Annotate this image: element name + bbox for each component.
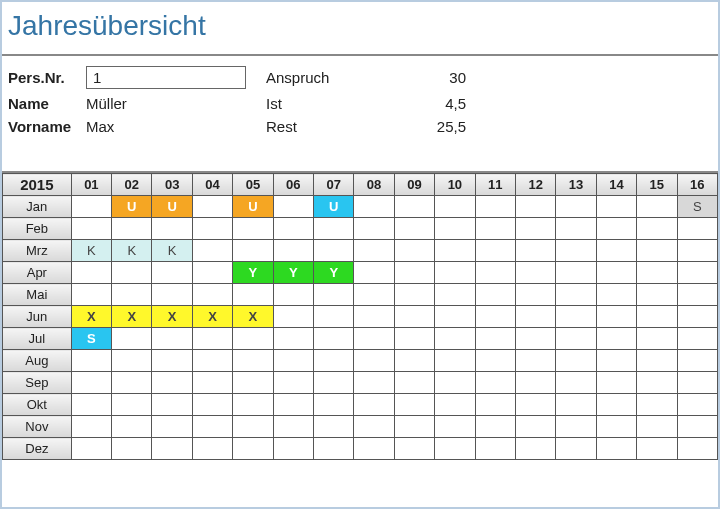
calendar-cell[interactable] — [112, 416, 152, 438]
calendar-cell[interactable] — [152, 350, 192, 372]
calendar-cell[interactable] — [637, 284, 677, 306]
calendar-cell[interactable] — [475, 416, 515, 438]
calendar-cell[interactable] — [394, 438, 434, 460]
calendar-cell[interactable] — [112, 394, 152, 416]
calendar-cell[interactable] — [596, 350, 636, 372]
calendar-cell[interactable] — [192, 438, 232, 460]
persnr-input[interactable]: 1 — [86, 66, 246, 89]
calendar-cell[interactable] — [515, 328, 555, 350]
calendar-cell[interactable]: X — [192, 306, 232, 328]
calendar-cell[interactable] — [354, 306, 394, 328]
calendar-cell[interactable] — [435, 438, 475, 460]
calendar-cell[interactable] — [394, 196, 434, 218]
calendar-cell[interactable] — [637, 372, 677, 394]
calendar-cell[interactable] — [637, 240, 677, 262]
calendar-cell[interactable] — [233, 416, 273, 438]
calendar-cell[interactable] — [233, 284, 273, 306]
calendar-cell[interactable] — [596, 284, 636, 306]
calendar-cell[interactable] — [556, 394, 596, 416]
calendar-cell[interactable] — [637, 394, 677, 416]
calendar-cell[interactable] — [556, 372, 596, 394]
calendar-cell[interactable] — [677, 350, 717, 372]
calendar-cell[interactable] — [71, 284, 111, 306]
calendar-cell[interactable] — [475, 438, 515, 460]
calendar-cell[interactable] — [112, 372, 152, 394]
calendar-cell[interactable] — [112, 284, 152, 306]
calendar-cell[interactable] — [314, 438, 354, 460]
calendar-cell[interactable] — [475, 328, 515, 350]
calendar-cell[interactable] — [152, 394, 192, 416]
calendar-cell[interactable] — [596, 218, 636, 240]
calendar-cell[interactable]: Y — [314, 262, 354, 284]
calendar-cell[interactable] — [314, 416, 354, 438]
calendar-cell[interactable] — [314, 328, 354, 350]
calendar-cell[interactable] — [233, 218, 273, 240]
calendar-cell[interactable] — [596, 394, 636, 416]
calendar-cell[interactable] — [233, 240, 273, 262]
calendar-cell[interactable] — [637, 218, 677, 240]
calendar-cell[interactable] — [435, 240, 475, 262]
calendar-cell[interactable] — [71, 438, 111, 460]
calendar-cell[interactable] — [394, 240, 434, 262]
calendar-cell[interactable] — [596, 196, 636, 218]
calendar-cell[interactable] — [556, 350, 596, 372]
calendar-cell[interactable] — [394, 416, 434, 438]
calendar-cell[interactable]: X — [233, 306, 273, 328]
calendar-cell[interactable] — [637, 328, 677, 350]
calendar-cell[interactable]: K — [71, 240, 111, 262]
calendar-cell[interactable] — [596, 240, 636, 262]
calendar-cell[interactable] — [475, 306, 515, 328]
calendar-cell[interactable] — [556, 262, 596, 284]
calendar-cell[interactable] — [354, 284, 394, 306]
calendar-cell[interactable] — [556, 196, 596, 218]
calendar-cell[interactable] — [637, 416, 677, 438]
calendar-cell[interactable]: X — [152, 306, 192, 328]
calendar-cell[interactable] — [515, 372, 555, 394]
calendar-cell[interactable] — [354, 438, 394, 460]
calendar-cell[interactable] — [354, 394, 394, 416]
calendar-cell[interactable] — [637, 196, 677, 218]
calendar-cell[interactable] — [677, 394, 717, 416]
calendar-cell[interactable] — [435, 218, 475, 240]
calendar-cell[interactable] — [152, 372, 192, 394]
calendar-cell[interactable] — [354, 372, 394, 394]
calendar-cell[interactable] — [637, 350, 677, 372]
calendar-cell[interactable] — [515, 240, 555, 262]
calendar-cell[interactable] — [677, 240, 717, 262]
calendar-cell[interactable] — [677, 306, 717, 328]
calendar-cell[interactable] — [112, 350, 152, 372]
calendar-cell[interactable] — [152, 328, 192, 350]
calendar-cell[interactable] — [596, 416, 636, 438]
calendar-cell[interactable] — [435, 306, 475, 328]
calendar-cell[interactable] — [475, 372, 515, 394]
calendar-cell[interactable] — [677, 372, 717, 394]
calendar-cell[interactable] — [71, 262, 111, 284]
calendar-cell[interactable]: K — [152, 240, 192, 262]
calendar-cell[interactable] — [475, 196, 515, 218]
calendar-cell[interactable] — [475, 284, 515, 306]
calendar-cell[interactable] — [637, 438, 677, 460]
calendar-cell[interactable]: K — [112, 240, 152, 262]
calendar-cell[interactable] — [273, 240, 313, 262]
calendar-cell[interactable] — [152, 262, 192, 284]
calendar-cell[interactable] — [435, 262, 475, 284]
calendar-cell[interactable] — [596, 372, 636, 394]
calendar-cell[interactable] — [475, 240, 515, 262]
calendar-cell[interactable] — [112, 438, 152, 460]
calendar-cell[interactable] — [273, 416, 313, 438]
calendar-cell[interactable] — [314, 372, 354, 394]
calendar-cell[interactable] — [233, 438, 273, 460]
calendar-cell[interactable] — [556, 328, 596, 350]
calendar-cell[interactable] — [192, 240, 232, 262]
calendar-cell[interactable] — [152, 438, 192, 460]
calendar-cell[interactable] — [435, 416, 475, 438]
calendar-cell[interactable] — [273, 306, 313, 328]
calendar-cell[interactable] — [192, 372, 232, 394]
calendar-cell[interactable] — [556, 284, 596, 306]
calendar-cell[interactable] — [435, 328, 475, 350]
calendar-cell[interactable] — [354, 196, 394, 218]
calendar-cell[interactable] — [677, 262, 717, 284]
calendar-cell[interactable]: X — [112, 306, 152, 328]
calendar-cell[interactable] — [435, 350, 475, 372]
calendar-cell[interactable] — [233, 328, 273, 350]
